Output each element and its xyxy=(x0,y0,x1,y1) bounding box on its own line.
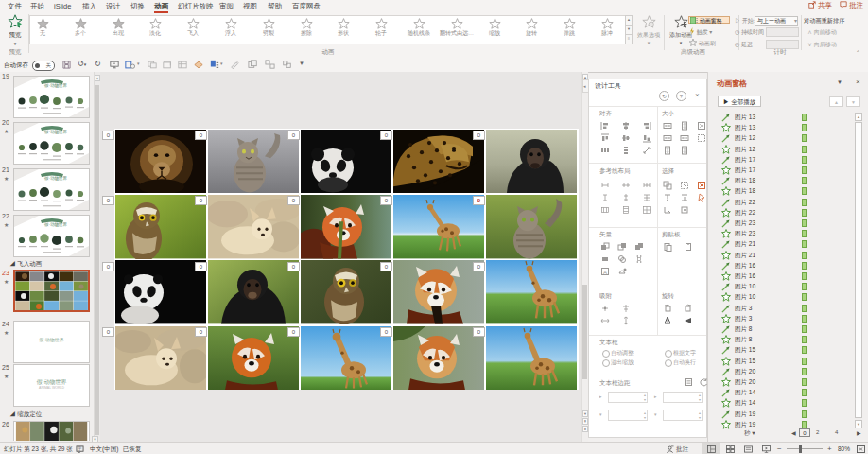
svg-text:假·动物世界: 假·动物世界 xyxy=(44,221,67,228)
svg-text:假·动物世界: 假·动物世界 xyxy=(44,175,67,182)
svg-text:A: A xyxy=(603,270,607,275)
svg-text:字: 字 xyxy=(78,446,82,451)
svg-text:假·动物世界: 假·动物世界 xyxy=(44,129,67,135)
svg-text:假·动物世界: 假·动物世界 xyxy=(44,82,67,89)
